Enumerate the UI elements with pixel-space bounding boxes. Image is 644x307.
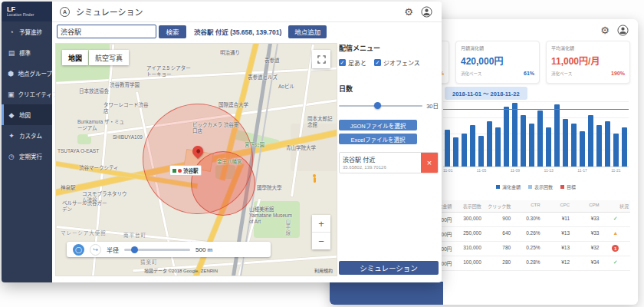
table-cell: ¥12 [542,256,571,270]
sidebar-item-group[interactable]: ⬢地点グループ [2,63,52,84]
days-slider[interactable] [339,105,422,107]
bar [613,134,619,167]
sidebar-item-label: 地点グループ [18,69,52,78]
table-cell: ▲ [601,227,630,241]
x-tick-label: 11-05 [477,168,486,173]
checkbox-icon[interactable]: ✓ [374,59,381,66]
days-label: 日数 [339,84,439,94]
report-header-icons: ⚙ [600,25,629,36]
table-cell: 0.26% [512,227,541,241]
checkbox-option[interactable]: ✓足あと [339,58,366,67]
bar [462,134,468,167]
logo-name: Location Finder [7,13,52,17]
account-icon[interactable] [617,25,629,36]
bar [470,125,476,167]
x-tick-label [603,168,611,173]
radius-slider[interactable] [124,249,190,251]
zoom-control: + − [312,215,330,249]
file-buttons: JSONファイルを選択Excelファイルを選択 [339,120,439,144]
table-cell: 0.25% [512,242,541,256]
sidebar-item-map[interactable]: ◆地図 [2,104,52,125]
bar-slot [570,101,578,167]
zoom-in-button[interactable]: + [312,215,330,233]
checkbox-option[interactable]: ✓ジオフェンス [374,58,420,67]
remove-location-button[interactable]: × [421,153,438,173]
search-input[interactable]: 渋谷駅 [57,25,156,38]
gear-icon[interactable]: ⚙ [600,25,610,35]
days-slider-handle[interactable] [374,102,381,109]
bar-slot [477,101,485,167]
account-icon[interactable] [421,6,432,18]
bar [453,137,459,167]
share-tool-button[interactable]: ↪ [90,244,101,256]
card-value: 11,000円/月 [551,54,625,67]
map-attribution: 地図データ ©2018 Google, ZENRIN [56,267,306,274]
search-button[interactable]: 検索 [159,25,186,38]
section-icon: A [60,7,70,17]
table-cell: 780 [483,242,512,256]
zoom-out-button[interactable]: − [312,233,330,249]
map-canvas[interactable]: 日本放送協会アイア 2.5 シアタートーキョー明治通り表参道表参道ヒルズAoビル… [55,43,337,276]
table-cell: 0.28% [512,256,541,270]
app-logo[interactable]: LF Location Finder [2,2,52,21]
sidebar-item-custom[interactable]: ✦カスタム [2,125,52,146]
radius-slider-handle[interactable] [131,246,138,253]
bar [487,121,493,167]
x-tick-label: 11-01 [443,168,452,173]
x-tick-label [587,168,595,173]
card-value: 420,000円 [461,54,534,67]
map-label: 国際連合大学 [219,102,248,108]
bar [478,136,485,167]
bar [588,115,594,167]
bar-slot [536,101,544,167]
json-file-button[interactable]: JSONファイルを選択 [339,120,417,130]
bar [512,103,518,167]
card-sub-label: 消化ペース [551,71,572,77]
bar-slot [494,101,502,167]
sidebar-item-budget[interactable]: ◔予算進捗 [2,21,52,42]
fullscreen-button[interactable] [312,50,330,68]
legend-swatch [496,185,500,189]
checkbox-icon[interactable]: ✓ [339,59,346,66]
gear-icon[interactable]: ⚙ [404,7,413,17]
sidebar-item-standard[interactable]: ▤標準 [2,42,52,63]
column-header: クリック数 [483,200,512,212]
selected-location-text: 渋谷駅 付近 (35.658, 139.701) [194,27,281,36]
legend-item: 表示回数 [528,183,553,190]
bar-slot [527,101,536,167]
pin-dot [195,148,200,154]
simulation-button[interactable]: シミュレーション [339,261,439,275]
add-location-button[interactable]: 地点追加 [288,25,327,38]
simulation-window: LF Location Finder A シミュレーション ⚙ ◔予算進捗▤標準… [2,2,442,282]
bar-slot [603,101,612,167]
excel-file-button[interactable]: Excelファイルを選択 [339,134,417,144]
checkbox-label: ジオフェンス [383,58,420,67]
terms-link[interactable]: 利用規約 [314,267,333,274]
days-slider-row: 30日 [339,101,439,110]
date-range[interactable]: 2018-11-01 ～ 2018-11-22 [445,87,527,100]
chart-legend: 消化金額表示回数目標 [443,183,629,190]
sidebar-item-creative[interactable]: ▣クリエイティブ [2,84,52,104]
menu-options: ✓足あと✓ジオフェンス [339,58,439,67]
table-cell: ¥34 [571,256,600,270]
tab-map[interactable]: 地図 [62,50,88,65]
bar-chart [443,101,629,167]
bar [504,107,510,167]
x-tick-label: 11-21 [611,168,620,173]
column-header: CPM [571,200,600,212]
geofence-radius-circle-inner[interactable] [191,151,255,216]
radius-label: 半径 [107,246,119,254]
bar-slot [586,101,595,167]
pegman-icon[interactable] [311,174,317,183]
card-sub-label: 消化ペース [461,71,481,77]
bar-slot [544,101,553,167]
app-header: LF Location Finder A シミュレーション ⚙ [2,2,442,22]
table-cell: 0.30% [512,213,541,226]
map-label: Bunkamura ザ・ミュージアム [77,119,125,131]
sidebar-item-label: カスタム [19,131,42,140]
tab-satellite[interactable]: 航空写真 [89,50,129,65]
bar-slot [612,101,620,167]
sidebar-item-schedule[interactable]: ◷定期実行 [2,146,52,167]
draw-circle-tool-button[interactable]: ◯ [73,244,84,256]
map-label: TSUTAYA O-EAST [58,148,99,154]
